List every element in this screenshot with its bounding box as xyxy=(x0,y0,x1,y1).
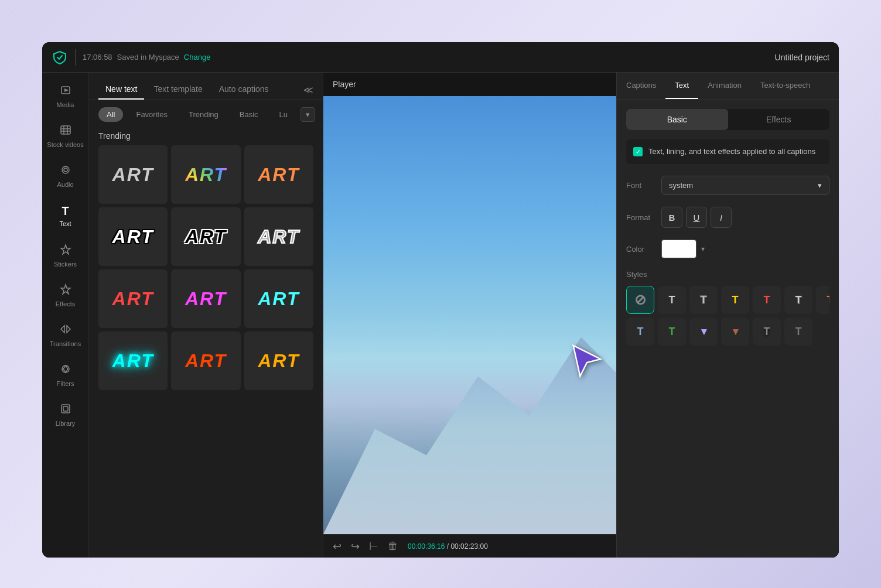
sidebar-item-audio[interactable]: Audio xyxy=(45,157,87,194)
sidebar-item-media[interactable]: Media xyxy=(45,77,87,115)
art-text-2: ART xyxy=(185,164,227,186)
format-bold[interactable]: B xyxy=(661,207,682,228)
tab-text-template[interactable]: Text template xyxy=(146,80,209,100)
art-item-11[interactable]: ART xyxy=(171,331,240,390)
art-item-2[interactable]: ART xyxy=(171,145,240,204)
effects-icon xyxy=(60,283,71,298)
filter-all[interactable]: All xyxy=(98,107,123,122)
toggle-effects[interactable]: Effects xyxy=(728,109,830,130)
filter-more-dropdown[interactable]: ▾ xyxy=(301,107,315,122)
filter-lu[interactable]: Lu xyxy=(271,107,296,122)
art-item-4[interactable]: ART xyxy=(98,207,168,266)
filter-bar: All Favorites Trending Basic Lu ▾ xyxy=(89,100,323,129)
current-time: 00:00:36:16 xyxy=(408,542,445,551)
svg-marker-10 xyxy=(61,285,70,294)
filter-basic[interactable]: Basic xyxy=(231,107,267,122)
caption-checkbox-row: ✓ Text, lining, and text effects applied… xyxy=(626,139,829,164)
stickers-icon xyxy=(60,244,71,258)
art-item-8[interactable]: ART xyxy=(171,269,240,328)
sidebar-label-audio: Audio xyxy=(57,181,73,188)
tab-auto-captions[interactable]: Auto captions xyxy=(212,80,276,100)
style-6[interactable]: T xyxy=(816,286,829,314)
filters-icon xyxy=(60,363,71,378)
art-item-1[interactable]: ART xyxy=(98,145,168,204)
style-1[interactable]: T xyxy=(658,286,686,314)
color-row: Color ▾ xyxy=(626,240,829,258)
format-underline[interactable]: U xyxy=(686,207,707,228)
style-4[interactable]: T xyxy=(753,286,781,314)
right-tab-text[interactable]: Text xyxy=(665,73,698,99)
style-2[interactable]: T xyxy=(689,286,718,314)
art-item-6[interactable]: ART xyxy=(244,207,313,266)
timestamp-display: 00:00:36:16 / 00:02:23:00 xyxy=(408,542,488,551)
sidebar-item-text[interactable]: T Text xyxy=(45,197,87,234)
color-swatch[interactable] xyxy=(661,240,696,258)
toggle-basic[interactable]: Basic xyxy=(626,109,728,130)
sidebar-item-stickers[interactable]: Stickers xyxy=(45,237,87,274)
style-10[interactable]: ▾ xyxy=(721,317,749,346)
filter-favorites[interactable]: Favorites xyxy=(128,107,175,122)
art-item-10[interactable]: ART xyxy=(98,331,168,390)
save-status: Saved in Myspace xyxy=(117,53,179,61)
font-label: Font xyxy=(626,181,661,190)
undo-button[interactable]: ↩ xyxy=(333,540,342,553)
sidebar-item-library[interactable]: Library xyxy=(45,396,87,433)
filter-trending[interactable]: Trending xyxy=(180,107,227,122)
art-text-10: ART xyxy=(112,350,154,372)
sidebar-label-stickers: Stickers xyxy=(54,261,77,268)
art-item-7[interactable]: ART xyxy=(98,269,168,328)
split-button[interactable]: ⊢ xyxy=(369,540,378,553)
style-none[interactable]: ⊘ xyxy=(626,286,654,314)
color-dropdown-arrow[interactable]: ▾ xyxy=(701,245,705,253)
change-link[interactable]: Change xyxy=(184,53,211,61)
style-5[interactable]: T xyxy=(784,286,812,314)
art-text-11: ART xyxy=(185,350,227,372)
right-tab-captions[interactable]: Captions xyxy=(617,73,665,99)
right-tab-animation[interactable]: Animation xyxy=(698,73,751,99)
art-text-7: ART xyxy=(112,288,154,310)
art-text-1: ART xyxy=(112,164,154,186)
art-item-12[interactable]: ART xyxy=(244,331,313,390)
library-icon xyxy=(60,403,71,418)
project-title: Untitled project xyxy=(775,53,829,62)
right-tab-tts[interactable]: Text-to-speech xyxy=(751,73,819,99)
style-8[interactable]: T xyxy=(658,317,686,346)
redo-button[interactable]: ↪ xyxy=(351,540,360,553)
style-9[interactable]: ▾ xyxy=(689,317,718,346)
art-text-12: ART xyxy=(258,350,299,372)
format-italic[interactable]: I xyxy=(711,207,732,228)
collapse-icon[interactable]: ≪ xyxy=(303,84,313,95)
color-value: ▾ xyxy=(661,240,829,258)
sidebar-item-transitions[interactable]: Transitions xyxy=(45,316,87,354)
art-item-3[interactable]: ART xyxy=(244,145,313,204)
caption-checkbox[interactable]: ✓ xyxy=(633,147,643,156)
svg-rect-2 xyxy=(61,126,70,134)
transitions-icon xyxy=(60,323,71,338)
sidebar-item-stock-videos[interactable]: Stock videos xyxy=(45,117,87,155)
sidebar-label-media: Media xyxy=(57,101,74,108)
styles-label: Styles xyxy=(626,270,829,279)
section-title: Trending xyxy=(89,129,323,145)
art-item-9[interactable]: ART xyxy=(244,269,313,328)
sidebar-label-library: Library xyxy=(56,420,76,427)
style-12[interactable]: T xyxy=(784,317,812,346)
color-label: Color xyxy=(626,245,661,254)
font-row: Font system ▾ xyxy=(626,176,829,195)
art-item-5[interactable]: ART xyxy=(171,207,240,266)
sidebar-item-effects[interactable]: Effects xyxy=(45,276,87,314)
delete-button[interactable]: 🗑 xyxy=(388,540,398,552)
stock-videos-icon xyxy=(60,124,71,139)
font-value: system ▾ xyxy=(661,176,829,195)
app-logo xyxy=(52,49,68,66)
font-select-value: system xyxy=(669,181,693,190)
top-bar-divider xyxy=(75,49,76,66)
tab-new-text[interactable]: New text xyxy=(98,80,144,100)
style-3[interactable]: T xyxy=(721,286,749,314)
font-select[interactable]: system ▾ xyxy=(661,176,829,195)
style-11[interactable]: T xyxy=(753,317,781,346)
art-text-9: ART xyxy=(258,288,299,310)
art-text-6: ART xyxy=(258,226,299,248)
styles-grid: ⊘ T T T T T T xyxy=(626,286,829,314)
style-7[interactable]: T xyxy=(626,317,654,346)
sidebar-item-filters[interactable]: Filters xyxy=(45,356,87,394)
